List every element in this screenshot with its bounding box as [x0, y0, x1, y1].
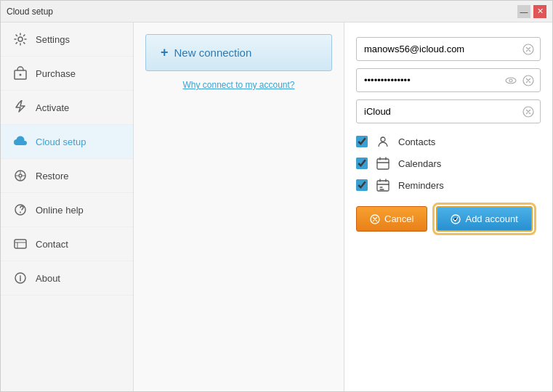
- contacts-row: Contacts: [356, 134, 541, 150]
- calendars-label: Calendars: [398, 158, 441, 169]
- title-bar-controls: — ✕: [517, 5, 546, 18]
- cancel-icon: [370, 214, 380, 224]
- sidebar-label-purchase: Purchase: [36, 68, 76, 79]
- restore-icon: [12, 168, 28, 184]
- about-icon: [12, 270, 28, 286]
- svg-point-9: [506, 78, 516, 83]
- sidebar-item-contact[interactable]: Contact: [1, 227, 133, 261]
- reminders-icon: [375, 177, 391, 193]
- new-connection-label: New connection: [174, 46, 252, 59]
- plus-icon: +: [161, 45, 169, 60]
- svg-point-4: [19, 174, 22, 177]
- calendars-row: Calendars: [356, 155, 541, 171]
- email-clear-icon[interactable]: [520, 41, 537, 58]
- contact-icon: [12, 236, 28, 252]
- window: Cloud setup — ✕ Settings: [0, 0, 553, 392]
- action-buttons: Cancel Add account: [356, 206, 541, 232]
- password-row: [356, 68, 541, 92]
- email-field[interactable]: [357, 38, 520, 60]
- minimize-button[interactable]: —: [517, 5, 530, 18]
- activate-icon: [12, 99, 28, 115]
- sidebar-item-purchase[interactable]: Purchase: [1, 57, 133, 91]
- cloud-setup-icon: [12, 134, 28, 150]
- svg-point-13: [381, 137, 385, 142]
- sidebar-item-about[interactable]: About: [1, 261, 133, 295]
- settings-icon: [12, 31, 28, 47]
- add-account-button[interactable]: Add account: [436, 206, 532, 232]
- main-content: Settings Purchase Acti: [1, 23, 552, 391]
- service-checkboxes: Contacts Calendars: [356, 134, 541, 193]
- purchase-icon: [12, 65, 28, 81]
- contacts-icon: [375, 134, 391, 150]
- account-name-field[interactable]: [357, 100, 520, 123]
- sidebar-label-online-help: Online help: [36, 205, 84, 216]
- sidebar-item-restore[interactable]: Restore: [1, 159, 133, 193]
- account-name-clear-icon[interactable]: [520, 103, 537, 121]
- svg-rect-14: [377, 159, 389, 169]
- svg-point-2: [20, 74, 22, 76]
- cancel-button[interactable]: Cancel: [356, 206, 427, 232]
- sidebar-item-cloud-setup[interactable]: Cloud setup: [1, 125, 133, 159]
- reminders-checkbox[interactable]: [356, 179, 368, 191]
- sidebar-label-activate: Activate: [36, 102, 69, 113]
- sidebar-item-settings[interactable]: Settings: [1, 23, 133, 57]
- add-account-icon: [451, 214, 461, 224]
- svg-rect-6: [15, 240, 26, 248]
- close-button[interactable]: ✕: [533, 5, 546, 18]
- sidebar-label-cloud-setup: Cloud setup: [36, 136, 86, 147]
- middle-panel: + New connection Why connect to my accou…: [134, 23, 344, 391]
- reminders-label: Reminders: [398, 180, 444, 191]
- why-connect-link[interactable]: Why connect to my account?: [145, 80, 332, 90]
- password-eye-icon[interactable]: [502, 72, 520, 89]
- sidebar-label-about: About: [36, 273, 60, 284]
- sidebar-item-online-help[interactable]: Online help: [1, 193, 133, 227]
- new-connection-button[interactable]: + New connection: [145, 34, 332, 71]
- calendars-icon: [375, 155, 391, 171]
- account-name-row: [356, 99, 541, 123]
- contacts-checkbox[interactable]: [356, 136, 368, 147]
- online-help-icon: [12, 202, 28, 218]
- sidebar-label-settings: Settings: [36, 34, 70, 45]
- password-clear-icon[interactable]: [520, 72, 537, 89]
- sidebar-label-restore: Restore: [36, 171, 69, 181]
- contacts-label: Contacts: [398, 136, 435, 147]
- title-bar: Cloud setup — ✕: [1, 1, 552, 23]
- password-field[interactable]: [357, 69, 502, 91]
- svg-point-0: [18, 37, 23, 41]
- reminders-row: Reminders: [356, 177, 541, 193]
- calendars-checkbox[interactable]: [356, 158, 368, 169]
- window-title: Cloud setup: [7, 7, 53, 17]
- sidebar: Settings Purchase Acti: [1, 23, 134, 391]
- right-panel: Contacts Calendars: [344, 23, 552, 391]
- sidebar-label-contact: Contact: [36, 239, 68, 250]
- svg-point-10: [509, 79, 512, 82]
- sidebar-item-activate[interactable]: Activate: [1, 91, 133, 125]
- email-row: [356, 37, 541, 61]
